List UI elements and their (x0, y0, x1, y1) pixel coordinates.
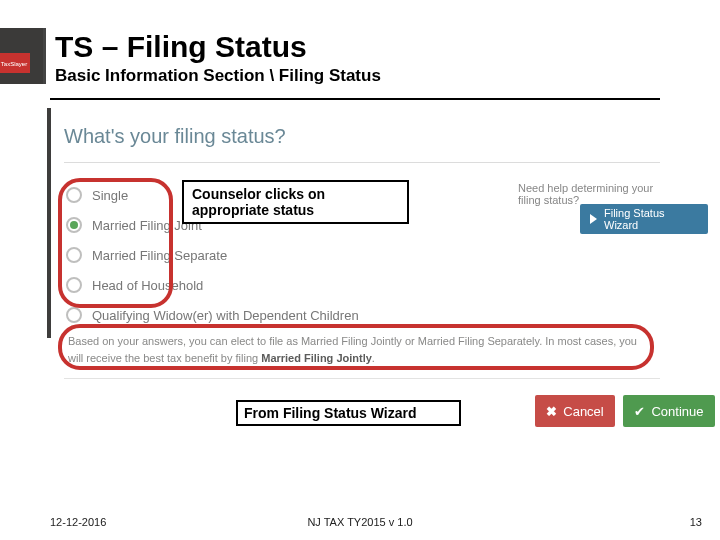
check-icon (634, 404, 645, 419)
play-icon (590, 214, 597, 224)
breadcrumb: Basic Information Section \ Filing Statu… (55, 66, 700, 86)
divider (64, 162, 660, 163)
annotation-wizard: From Filing Status Wizard (236, 400, 461, 426)
highlight-oval-options (58, 178, 173, 308)
logo-text: TaxSlayer (0, 54, 28, 74)
help-prompt: Need help determining your filing status… (518, 182, 660, 206)
annotation-selected: Counselor clicks on appropriate status (182, 180, 409, 224)
page-title: TS – Filing Status (55, 30, 700, 64)
filing-status-wizard-button[interactable]: Filing Status Wizard (580, 204, 708, 234)
highlight-oval-recommendation (58, 324, 654, 370)
footer-version: NJ TAX TY2015 v 1.0 (0, 516, 720, 528)
wizard-button-label: Filing Status Wizard (604, 207, 698, 231)
divider (64, 378, 660, 379)
decor-side-bar (47, 108, 51, 338)
filing-status-heading: What's your filing status? (64, 125, 660, 148)
cancel-button[interactable]: ✖ Cancel (535, 395, 615, 427)
footer-page-number: 13 (690, 516, 702, 528)
continue-button[interactable]: Continue (623, 395, 715, 427)
option-label: Qualifying Widow(er) with Dependent Chil… (92, 308, 359, 323)
close-icon: ✖ (546, 404, 557, 419)
cancel-label: Cancel (563, 404, 603, 419)
title-underline (50, 98, 660, 100)
continue-label: Continue (651, 404, 703, 419)
radio-icon (66, 307, 82, 323)
